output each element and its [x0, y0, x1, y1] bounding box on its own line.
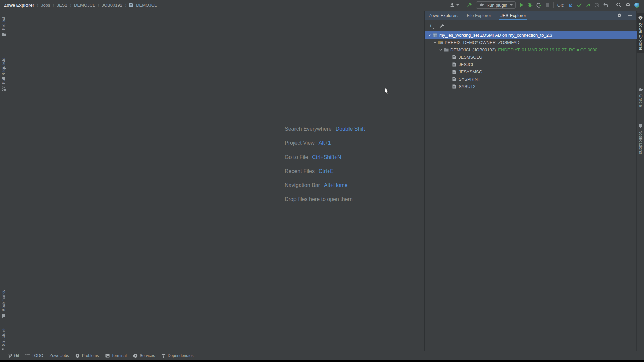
shortcut-keys: Ctrl+Shift+N — [312, 154, 341, 160]
statusbar-item-services[interactable]: Services — [133, 353, 155, 358]
breadcrumb-item[interactable]: JOB00192 — [102, 3, 122, 8]
tool-window-title: Zowe Explorer: — [429, 13, 458, 18]
wrench-icon[interactable] — [440, 23, 444, 28]
statusbar-item-terminal[interactable]: Terminal — [105, 353, 127, 358]
statusbar-item-zowe-jobs[interactable]: Zowe Jobs — [50, 353, 69, 358]
tree-row-job[interactable]: DEMOJCL (JOB00192) ENDED AT: 01 MAR 2023… — [425, 46, 637, 53]
shortcut-action: Go to File — [285, 154, 308, 160]
spool-file-icon — [451, 55, 457, 59]
breadcrumb-separator-icon: ⟩ — [70, 3, 71, 7]
elephant-run-config-icon — [479, 3, 484, 7]
tab-file-explorer[interactable]: File Explorer — [466, 11, 492, 20]
tree-row-label: JESJCL — [459, 62, 474, 67]
drop-files-hint: Drop files here to open them — [285, 192, 365, 206]
run-configuration-label: Run plugin — [487, 3, 507, 8]
sidebar-item-notifications[interactable]: Notifications — [637, 123, 644, 154]
stop-icon[interactable] — [545, 3, 550, 7]
tree-row-working-set[interactable]: my_jes_working_set ZOSMFAD on my_connect… — [425, 31, 637, 39]
sidebar-item-project[interactable]: Project — [0, 17, 7, 36]
shortcut-action: Navigation Bar — [285, 182, 320, 188]
settings-gear-icon[interactable] — [625, 2, 631, 8]
git-label: Git: — [557, 3, 564, 8]
shortcut-line: Go to File Ctrl+Shift+N — [285, 150, 365, 164]
tree-row-label: JESMSGLG — [459, 55, 482, 60]
shortcut-line: Recent Files Ctrl+E — [285, 164, 365, 178]
services-icon — [133, 354, 138, 358]
ide-sphere-icon[interactable] — [634, 3, 639, 8]
hammer-build-icon[interactable] — [467, 2, 472, 8]
profiler-icon[interactable] — [536, 3, 542, 8]
gradle-elephant-icon — [638, 88, 643, 92]
shortcut-keys: Alt+Home — [324, 182, 348, 188]
keyboard-shortcuts-hint: Search Everywhere Double Shift Project V… — [285, 122, 365, 206]
todo-list-icon — [25, 354, 30, 358]
sidebar-item-gradle[interactable]: Gradle — [637, 88, 644, 107]
breadcrumb-item[interactable]: DEMOJCL — [136, 3, 157, 8]
job-status-text: ENDED AT: 01 MAR 2023 19.10.27. RC = CC … — [498, 47, 597, 52]
rollback-icon[interactable] — [603, 3, 608, 7]
chevron-down-icon[interactable] — [438, 49, 443, 51]
file-icon — [129, 3, 133, 7]
chevron-down-icon[interactable] — [432, 42, 438, 43]
shortcut-action: Recent Files — [285, 168, 315, 174]
statusbar-item-dependencies[interactable]: Dependencies — [161, 353, 194, 358]
working-set-icon — [432, 33, 438, 37]
tab-jes-explorer[interactable]: JES Explorer — [500, 11, 527, 20]
git-branch-icon — [8, 354, 12, 358]
tree-row-spool-file[interactable]: JESJCL — [425, 61, 637, 68]
tree-row-spool-file[interactable]: JESYSMSG — [425, 68, 637, 75]
breadcrumb-separator-icon: ⟩ — [53, 3, 54, 7]
editor-empty-area: Search Everywhere Double Shift Project V… — [8, 11, 424, 351]
sidebar-item-pull-requests[interactable]: Pull Requests — [0, 58, 7, 91]
chevron-down-icon[interactable] — [427, 34, 432, 36]
run-icon[interactable] — [519, 3, 524, 7]
breadcrumb-item[interactable]: Jobs — [41, 3, 50, 8]
terminal-icon — [105, 354, 110, 358]
shortcut-action: Search Everywhere — [285, 126, 332, 132]
user-icon[interactable] — [450, 3, 459, 8]
breadcrumb-item[interactable]: Zowe Explorer — [4, 3, 34, 8]
tree-row-spool-file[interactable]: SYSPRINT — [425, 75, 637, 83]
breadcrumb-separator-icon: ⟩ — [98, 3, 99, 7]
shortcut-keys: Double Shift — [336, 126, 365, 132]
zowe-icon: Z — [638, 15, 643, 20]
toolbar-separator — [553, 2, 554, 8]
statusbar-item-todo[interactable]: TODO — [25, 353, 43, 358]
screen-letterbox — [0, 360, 644, 362]
breadcrumb-item[interactable]: DEMOJCL — [74, 3, 95, 8]
job-folder-icon — [443, 48, 449, 52]
run-configuration-select[interactable]: Run plugin — [476, 1, 516, 9]
tool-stripe-label: Bookmarks — [1, 290, 6, 311]
tree-row-spool-file[interactable]: JESMSGLG — [425, 53, 637, 61]
search-icon[interactable] — [616, 2, 622, 8]
shortcut-action: Project View — [285, 140, 315, 146]
main-toolbar: Run plugin Git: — [450, 1, 644, 9]
problems-icon — [75, 354, 80, 358]
tree-row-prefix-filter[interactable]: PREFIX=DEMO* OWNER=ZOSMFAD — [425, 39, 637, 46]
history-clock-icon[interactable] — [594, 3, 599, 8]
statusbar-item-git[interactable]: Git — [8, 353, 19, 358]
debug-icon[interactable] — [528, 3, 533, 8]
hide-panel-icon[interactable] — [628, 15, 632, 16]
dependencies-icon — [161, 354, 166, 358]
folder-icon — [2, 33, 6, 36]
git-push-icon[interactable] — [586, 3, 591, 8]
breadcrumb-item[interactable]: JES2 — [57, 3, 67, 8]
sidebar-item-zowe-explorer[interactable]: Z Zowe Explorer — [637, 13, 644, 53]
tool-window-header: Zowe Explorer: File Explorer JES Explore… — [425, 11, 636, 20]
statusbar-item-problems[interactable]: Problems — [75, 353, 99, 358]
panel-toolbar: + — [425, 20, 636, 31]
tree-row-spool-file[interactable]: SYSUT2 — [425, 83, 637, 90]
sidebar-item-structure[interactable]: Structure — [0, 328, 7, 352]
svg-text:Z: Z — [640, 16, 641, 19]
settings-gear-icon[interactable] — [617, 13, 622, 18]
git-update-icon[interactable] — [568, 3, 573, 8]
tool-stripe-label: Notifications — [638, 130, 643, 154]
sidebar-item-bookmarks[interactable]: Bookmarks — [0, 290, 7, 318]
shortcut-keys: Alt+1 — [319, 140, 331, 146]
navigation-bar: Zowe Explorer ⟩ Jobs ⟩ JES2 ⟩ DEMOJCL ⟩ … — [0, 0, 644, 10]
breadcrumb-separator-icon: ⟩ — [37, 3, 38, 7]
git-commit-icon[interactable] — [577, 3, 582, 7]
left-tool-stripe: Project Pull Requests Bookmarks Structur… — [0, 11, 7, 351]
add-icon[interactable]: + — [429, 23, 432, 29]
